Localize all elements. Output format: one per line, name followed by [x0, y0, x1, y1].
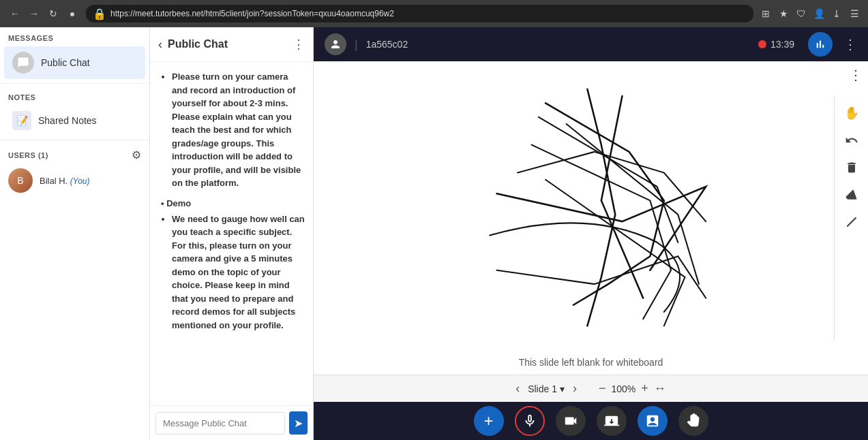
raise-hand-button[interactable] — [678, 406, 708, 436]
chat-message-2-text: We need to gauge how well can you teach … — [172, 213, 305, 332]
eraser-button[interactable] — [839, 183, 864, 207]
zoom-fit-button[interactable]: ↔ — [654, 381, 666, 396]
zoom-level: 100% — [612, 383, 636, 394]
bottom-toolbar: + — [314, 402, 868, 440]
users-section-label: USERS (1) — [8, 151, 48, 159]
chat-message-1: Please turn on your camera and record an… — [158, 70, 305, 190]
next-slide-button[interactable]: › — [573, 381, 577, 396]
chart-icon-button[interactable] — [808, 32, 833, 57]
slide-selector[interactable]: Slide 1 ▾ — [528, 383, 565, 394]
shared-notes-label: Shared Notes — [38, 115, 97, 126]
app-container: MESSAGES Public Chat NOTES 📝 Shared Note… — [0, 27, 868, 440]
top-bar: | 1a565c02 13:39 ⋮ — [314, 27, 868, 61]
user-item[interactable]: B Bilal H. (You) — [0, 164, 149, 197]
main-content: | 1a565c02 13:39 ⋮ ⋮ — [314, 27, 868, 440]
prev-slide-button[interactable]: ‹ — [515, 381, 520, 396]
chat-messages: Please turn on your camera and record an… — [150, 62, 313, 405]
chat-title: Public Chat — [168, 38, 287, 50]
messages-section-label: MESSAGES — [0, 27, 149, 45]
recording-dot — [758, 40, 766, 48]
bookmark-icon[interactable]: ★ — [777, 7, 790, 20]
screen-share-button[interactable] — [597, 406, 627, 436]
undo-button[interactable] — [839, 128, 864, 153]
chat-input[interactable] — [155, 412, 285, 435]
you-label: (You) — [70, 176, 90, 186]
whiteboard-container: ⋮ This slide left blank for whi — [314, 61, 868, 375]
forward-button[interactable]: → — [26, 5, 42, 22]
mic-button[interactable] — [515, 406, 545, 436]
menu-icon[interactable]: ☰ — [848, 7, 861, 20]
user-name: Bilal H. — [40, 176, 70, 186]
whiteboard-caption: This slide left blank for whiteboard — [519, 357, 663, 368]
chat-message-2: • Demo We need to gauge how well can you… — [158, 198, 305, 332]
line-tool-button[interactable] — [839, 210, 864, 234]
notes-section-label: NOTES — [0, 87, 149, 104]
whiteboard-drawing — [314, 61, 868, 375]
recording-time: 13:39 — [770, 39, 794, 50]
browser-chrome: ← → ↻ ● 🔒 https://meet.tutorbees.net/htm… — [0, 0, 868, 27]
topbar-separator: | — [355, 37, 358, 52]
refresh-button[interactable]: ↻ — [45, 5, 61, 22]
chat-message-1-text: Please turn on your camera and record an… — [172, 70, 305, 190]
profile-icon[interactable]: 👤 — [812, 7, 826, 20]
chat-panel: ‹ Public Chat ⋮ Please turn on your came… — [150, 27, 314, 440]
left-sidebar: MESSAGES Public Chat NOTES 📝 Shared Note… — [0, 27, 150, 440]
hand-tool-button[interactable]: ✋ — [839, 101, 864, 125]
download-icon[interactable]: ⤓ — [830, 7, 843, 20]
recording-indicator: 13:39 — [758, 39, 794, 50]
present-button[interactable] — [638, 406, 668, 436]
gear-icon[interactable]: ⚙ — [132, 148, 141, 161]
user-avatar: B — [8, 168, 33, 193]
whiteboard-more-button[interactable]: ⋮ — [849, 67, 863, 83]
shield-icon[interactable]: 🛡 — [794, 7, 808, 20]
slide-nav: ‹ Slide 1 ▾ › − 100% + ↔ — [314, 375, 868, 402]
send-button[interactable]: ➤ — [289, 411, 308, 435]
chat-more-button[interactable]: ⋮ — [293, 37, 305, 52]
user-info: Bilal H. (You) — [40, 174, 89, 187]
add-button[interactable]: + — [474, 406, 504, 436]
sidebar-item-public-chat[interactable]: Public Chat — [4, 46, 145, 79]
demo-section-title: • Demo — [158, 198, 305, 208]
zoom-in-button[interactable]: + — [641, 381, 648, 396]
user-icon-button[interactable] — [325, 33, 346, 55]
right-toolbar: ✋ — [834, 95, 868, 341]
session-id: 1a565c02 — [366, 39, 408, 50]
public-chat-label: Public Chat — [41, 57, 90, 68]
slide-dropdown-icon: ▾ — [560, 383, 565, 394]
extensions-icon[interactable]: ⊞ — [759, 7, 773, 20]
address-bar[interactable]: 🔒 https://meet.tutorbees.net/html5client… — [86, 5, 753, 22]
shared-notes-icon: 📝 — [12, 111, 31, 130]
lock-icon: 🔒 — [93, 7, 106, 20]
sidebar-item-shared-notes[interactable]: 📝 Shared Notes — [4, 106, 145, 136]
topbar-more-button[interactable]: ⋮ — [843, 36, 857, 52]
slide-current: Slide 1 — [528, 383, 557, 394]
user-avatar-inner: B — [8, 168, 33, 193]
back-button[interactable]: ← — [7, 5, 23, 22]
delete-button[interactable] — [839, 155, 864, 180]
camera-button[interactable] — [556, 406, 586, 436]
sidebar-divider-1 — [0, 83, 149, 84]
chat-header: ‹ Public Chat ⋮ — [150, 27, 313, 62]
users-header: USERS (1) ⚙ — [0, 143, 149, 164]
url-text: https://meet.tutorbees.net/html5client/j… — [110, 9, 394, 18]
svg-line-0 — [847, 217, 856, 226]
home-button[interactable]: ● — [64, 5, 80, 22]
chat-input-area: ➤ — [150, 405, 313, 440]
public-chat-avatar — [12, 52, 34, 74]
slide-zoom: − 100% + ↔ — [599, 381, 666, 396]
sidebar-divider-2 — [0, 140, 149, 140]
whiteboard-area[interactable]: ⋮ This slide left blank for whi — [314, 61, 868, 375]
zoom-out-button[interactable]: − — [599, 381, 606, 396]
chat-back-button[interactable]: ‹ — [158, 37, 162, 52]
